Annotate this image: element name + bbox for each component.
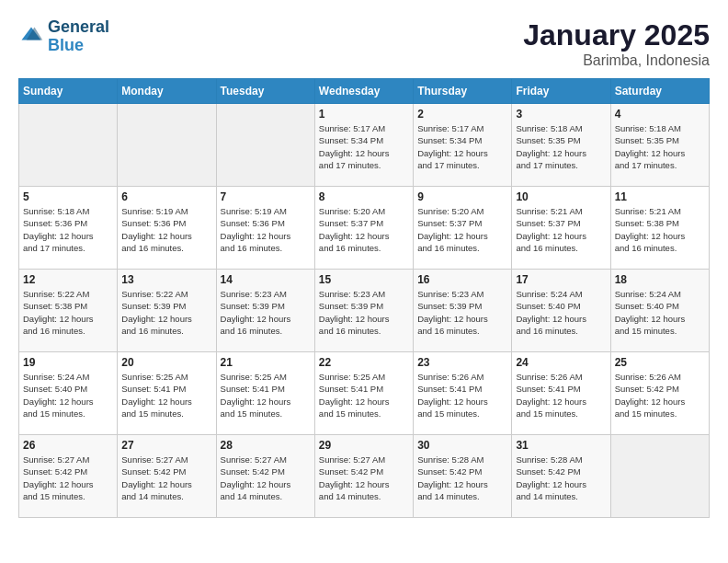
calendar-day-30: 30Sunrise: 5:28 AM Sunset: 5:42 PM Dayli… [414,435,512,518]
day-number: 30 [417,439,507,452]
calendar-day-8: 8Sunrise: 5:20 AM Sunset: 5:37 PM Daylig… [314,187,413,270]
calendar-day-1: 1Sunrise: 5:17 AM Sunset: 5:34 PM Daylig… [314,104,413,187]
day-number: 15 [319,273,409,286]
calendar-day-2: 2Sunrise: 5:17 AM Sunset: 5:34 PM Daylig… [414,104,512,187]
calendar-day-9: 9Sunrise: 5:20 AM Sunset: 5:37 PM Daylig… [414,187,512,270]
calendar-week-row: 5Sunrise: 5:18 AM Sunset: 5:36 PM Daylig… [19,187,710,270]
day-info: Sunrise: 5:23 AM Sunset: 5:39 PM Dayligh… [417,288,507,337]
day-info: Sunrise: 5:25 AM Sunset: 5:41 PM Dayligh… [319,371,409,419]
day-info: Sunrise: 5:28 AM Sunset: 5:42 PM Dayligh… [516,454,606,502]
day-number: 2 [417,108,507,121]
day-info: Sunrise: 5:18 AM Sunset: 5:35 PM Dayligh… [516,122,606,171]
calendar-day-27: 27Sunrise: 5:27 AM Sunset: 5:42 PM Dayli… [118,435,216,518]
calendar-day-25: 25Sunrise: 5:26 AM Sunset: 5:42 PM Dayli… [610,352,709,435]
day-number: 28 [221,439,311,452]
day-info: Sunrise: 5:21 AM Sunset: 5:38 PM Dayligh… [615,205,705,254]
day-info: Sunrise: 5:22 AM Sunset: 5:39 PM Dayligh… [121,288,211,337]
logo: General Blue [18,18,109,55]
weekday-header-row: SundayMondayTuesdayWednesdayThursdayFrid… [19,79,710,104]
calendar-day-empty [19,104,118,187]
calendar-table: SundayMondayTuesdayWednesdayThursdayFrid… [18,78,710,518]
day-info: Sunrise: 5:19 AM Sunset: 5:36 PM Dayligh… [121,205,211,254]
day-number: 29 [319,439,409,452]
calendar-day-24: 24Sunrise: 5:26 AM Sunset: 5:41 PM Dayli… [512,352,610,435]
month-title: January 2025 [523,18,710,52]
day-number: 23 [417,356,507,369]
day-info: Sunrise: 5:17 AM Sunset: 5:34 PM Dayligh… [319,122,409,171]
day-info: Sunrise: 5:18 AM Sunset: 5:36 PM Dayligh… [23,205,113,254]
day-number: 17 [516,273,606,286]
day-number: 26 [23,439,113,452]
day-number: 10 [516,190,606,203]
weekday-header-thursday: Thursday [414,79,512,104]
day-number: 14 [221,273,311,286]
day-info: Sunrise: 5:27 AM Sunset: 5:42 PM Dayligh… [319,454,409,502]
weekday-header-wednesday: Wednesday [314,79,413,104]
day-info: Sunrise: 5:23 AM Sunset: 5:39 PM Dayligh… [319,288,409,337]
calendar-day-11: 11Sunrise: 5:21 AM Sunset: 5:38 PM Dayli… [610,187,709,270]
calendar-day-31: 31Sunrise: 5:28 AM Sunset: 5:42 PM Dayli… [512,435,610,518]
calendar-day-18: 18Sunrise: 5:24 AM Sunset: 5:40 PM Dayli… [610,270,709,352]
calendar-day-7: 7Sunrise: 5:19 AM Sunset: 5:36 PM Daylig… [216,187,314,270]
calendar-day-20: 20Sunrise: 5:25 AM Sunset: 5:41 PM Dayli… [118,352,216,435]
day-number: 11 [615,190,705,203]
day-info: Sunrise: 5:17 AM Sunset: 5:34 PM Dayligh… [417,122,507,171]
calendar-day-14: 14Sunrise: 5:23 AM Sunset: 5:39 PM Dayli… [216,270,314,352]
calendar-day-21: 21Sunrise: 5:25 AM Sunset: 5:41 PM Dayli… [216,352,314,435]
day-info: Sunrise: 5:25 AM Sunset: 5:41 PM Dayligh… [221,371,311,419]
day-number: 22 [319,356,409,369]
calendar-day-6: 6Sunrise: 5:19 AM Sunset: 5:36 PM Daylig… [118,187,216,270]
day-info: Sunrise: 5:22 AM Sunset: 5:38 PM Dayligh… [23,288,113,337]
day-info: Sunrise: 5:24 AM Sunset: 5:40 PM Dayligh… [23,371,113,419]
calendar-week-row: 12Sunrise: 5:22 AM Sunset: 5:38 PM Dayli… [19,270,710,352]
day-info: Sunrise: 5:26 AM Sunset: 5:41 PM Dayligh… [516,371,606,419]
day-info: Sunrise: 5:26 AM Sunset: 5:41 PM Dayligh… [417,371,507,419]
day-number: 12 [23,273,113,286]
day-info: Sunrise: 5:18 AM Sunset: 5:35 PM Dayligh… [615,122,705,171]
calendar-day-empty [610,435,709,518]
day-number: 21 [221,356,311,369]
day-info: Sunrise: 5:20 AM Sunset: 5:37 PM Dayligh… [417,205,507,254]
calendar-day-16: 16Sunrise: 5:23 AM Sunset: 5:39 PM Dayli… [414,270,512,352]
calendar-day-3: 3Sunrise: 5:18 AM Sunset: 5:35 PM Daylig… [512,104,610,187]
calendar-day-22: 22Sunrise: 5:25 AM Sunset: 5:41 PM Dayli… [314,352,413,435]
day-number: 18 [615,273,705,286]
day-number: 20 [121,356,211,369]
calendar-day-10: 10Sunrise: 5:21 AM Sunset: 5:37 PM Dayli… [512,187,610,270]
day-number: 16 [417,273,507,286]
day-number: 1 [319,108,409,121]
calendar-day-13: 13Sunrise: 5:22 AM Sunset: 5:39 PM Dayli… [118,270,216,352]
day-number: 31 [516,439,606,452]
calendar-day-4: 4Sunrise: 5:18 AM Sunset: 5:35 PM Daylig… [610,104,709,187]
day-number: 3 [516,108,606,121]
day-info: Sunrise: 5:19 AM Sunset: 5:36 PM Dayligh… [221,205,311,254]
day-info: Sunrise: 5:28 AM Sunset: 5:42 PM Dayligh… [417,454,507,502]
day-number: 19 [23,356,113,369]
weekday-header-sunday: Sunday [19,79,118,104]
page-header: General Blue January 2025 Barimba, Indon… [18,18,710,69]
day-number: 8 [319,190,409,203]
day-info: Sunrise: 5:20 AM Sunset: 5:37 PM Dayligh… [319,205,409,254]
calendar-week-row: 19Sunrise: 5:24 AM Sunset: 5:40 PM Dayli… [19,352,710,435]
calendar-day-12: 12Sunrise: 5:22 AM Sunset: 5:38 PM Dayli… [19,270,118,352]
day-info: Sunrise: 5:23 AM Sunset: 5:39 PM Dayligh… [221,288,311,337]
weekday-header-friday: Friday [512,79,610,104]
logo-line1: General [48,18,109,37]
calendar-day-empty [118,104,216,187]
day-info: Sunrise: 5:25 AM Sunset: 5:41 PM Dayligh… [121,371,211,419]
weekday-header-monday: Monday [118,79,216,104]
logo-line2: Blue [48,37,109,55]
calendar-day-15: 15Sunrise: 5:23 AM Sunset: 5:39 PM Dayli… [314,270,413,352]
calendar-day-28: 28Sunrise: 5:27 AM Sunset: 5:42 PM Dayli… [216,435,314,518]
calendar-day-17: 17Sunrise: 5:24 AM Sunset: 5:40 PM Dayli… [512,270,610,352]
calendar-day-29: 29Sunrise: 5:27 AM Sunset: 5:42 PM Dayli… [314,435,413,518]
day-number: 24 [516,356,606,369]
day-number: 9 [417,190,507,203]
calendar-day-23: 23Sunrise: 5:26 AM Sunset: 5:41 PM Dayli… [414,352,512,435]
calendar-day-19: 19Sunrise: 5:24 AM Sunset: 5:40 PM Dayli… [19,352,118,435]
logo-text: General Blue [48,18,109,55]
day-info: Sunrise: 5:26 AM Sunset: 5:42 PM Dayligh… [615,371,705,419]
calendar-week-row: 26Sunrise: 5:27 AM Sunset: 5:42 PM Dayli… [19,435,710,518]
day-info: Sunrise: 5:24 AM Sunset: 5:40 PM Dayligh… [615,288,705,337]
day-info: Sunrise: 5:27 AM Sunset: 5:42 PM Dayligh… [121,454,211,502]
